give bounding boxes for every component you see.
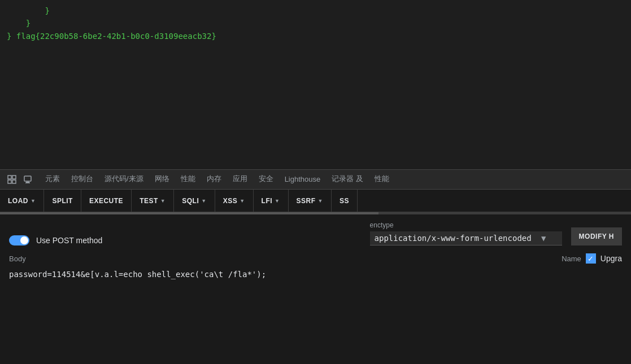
devtools-tabbar: 元素 控制台 源代码/来源 网络 性能 内存 应用 安全 Lighthouse … <box>0 169 631 190</box>
tab-network[interactable]: 网络 <box>149 169 175 190</box>
svg-rect-4 <box>24 176 31 181</box>
name-section: Name ✓ Upgra <box>562 253 622 264</box>
code-line-1: } <box>7 5 624 17</box>
enctype-arrow-icon: ▼ <box>541 234 546 243</box>
xss-arrow-icon: ▼ <box>240 198 245 204</box>
enctype-section: enctype application/x-www-form-urlencode… <box>370 221 562 245</box>
ssrf-button[interactable]: SSRF ▼ <box>289 190 332 212</box>
post-method-toggle[interactable] <box>9 235 29 245</box>
sqli-arrow-icon: ▼ <box>201 198 206 204</box>
toggle-knob <box>20 236 28 244</box>
post-method-label: Use POST method <box>36 236 102 245</box>
code-line-3: } flag{22c90b58-6be2-42b1-b0c0-d3109eeac… <box>7 30 624 42</box>
test-arrow-icon: ▼ <box>160 198 166 204</box>
modify-headers-button[interactable]: MODIFY H <box>571 227 622 245</box>
enctype-label: enctype <box>370 221 562 229</box>
svg-rect-2 <box>8 180 11 183</box>
xss-button[interactable]: XSS ▼ <box>215 190 254 212</box>
body-section: Body Name ✓ Upgra password=114514&e[v.a.… <box>9 253 622 280</box>
tab-lighthouse[interactable]: Lighthouse <box>279 169 327 190</box>
test-button[interactable]: TEST ▼ <box>132 190 174 212</box>
code-line-2: } <box>7 17 624 29</box>
sqli-button[interactable]: SQLI ▼ <box>174 190 215 212</box>
tab-elements[interactable]: 元素 <box>40 169 66 190</box>
name-label: Name <box>562 255 581 263</box>
toolbar: LOAD ▼ SPLIT EXECUTE TEST ▼ SQLI ▼ XSS ▼… <box>0 190 631 212</box>
tab-memory[interactable]: 内存 <box>201 169 227 190</box>
upgrade-label: Upgra <box>600 254 622 263</box>
tab-application[interactable]: 应用 <box>227 169 253 190</box>
device-icon[interactable] <box>21 173 34 186</box>
checkmark-icon: ✓ <box>588 255 594 263</box>
load-button[interactable]: LOAD ▼ <box>0 190 44 212</box>
ss-button[interactable]: SS <box>332 190 358 212</box>
tab-recorder[interactable]: 记录器 及 <box>326 169 369 190</box>
svg-rect-1 <box>12 176 16 179</box>
devtools-icons <box>2 173 37 186</box>
tab-performance[interactable]: 性能 <box>175 169 201 190</box>
body-content[interactable]: password=114514&e[v.a.l=echo shell_exec(… <box>9 268 622 280</box>
ssrf-arrow-icon: ▼ <box>318 198 323 204</box>
execute-button[interactable]: EXECUTE <box>81 190 132 212</box>
split-button[interactable]: SPLIT <box>44 190 81 212</box>
tab-perf2[interactable]: 性能 <box>369 169 395 190</box>
code-output: } } } flag{22c90b58-6be2-42b1-b0c0-d3109… <box>0 0 631 169</box>
inspect-icon[interactable] <box>6 173 18 186</box>
lfi-button[interactable]: LFI ▼ <box>254 190 289 212</box>
upgrade-checkbox[interactable]: ✓ <box>586 253 596 264</box>
body-label: Body <box>9 255 26 263</box>
load-arrow-icon: ▼ <box>31 198 36 204</box>
tab-sources[interactable]: 源代码/来源 <box>99 169 149 190</box>
tab-console[interactable]: 控制台 <box>66 169 99 190</box>
svg-rect-0 <box>8 176 11 179</box>
lfi-arrow-icon: ▼ <box>275 198 280 204</box>
bottom-panel: Use POST method enctype application/x-ww… <box>0 214 631 364</box>
enctype-select[interactable]: application/x-www-form-urlencoded ▼ <box>370 231 562 245</box>
tab-security[interactable]: 安全 <box>253 169 279 190</box>
body-header: Body Name ✓ Upgra <box>9 253 622 264</box>
svg-rect-3 <box>12 180 16 183</box>
